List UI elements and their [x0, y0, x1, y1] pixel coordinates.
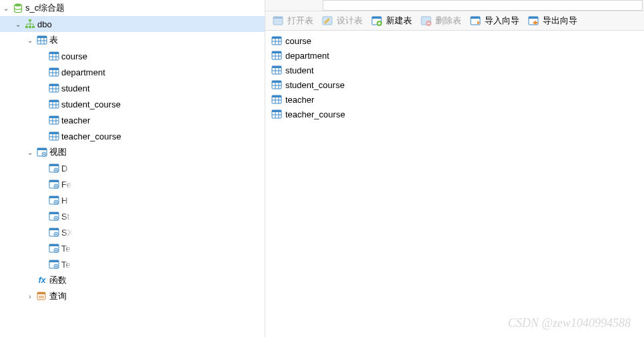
- tree-node-database[interactable]: ⌄ s_c综合题: [0, 0, 265, 16]
- svg-rect-41: [37, 148, 47, 150]
- svg-point-0: [15, 3, 22, 6]
- item-label: student: [285, 65, 314, 75]
- new-table-button[interactable]: 新建表: [369, 15, 412, 27]
- table-icon: [49, 51, 59, 61]
- tab-bar-area: [265, 0, 644, 11]
- svg-point-59: [55, 218, 57, 219]
- chevron-down-icon: ⌄: [25, 149, 35, 156]
- svg-rect-87: [529, 17, 538, 19]
- import-icon: [470, 15, 481, 26]
- tree-label: student: [61, 83, 90, 93]
- table-icon: [49, 83, 59, 93]
- svg-point-43: [43, 153, 45, 155]
- svg-rect-77: [273, 17, 283, 19]
- item-label: course: [285, 36, 311, 46]
- tree-node-schema[interactable]: ⌄ dbo: [0, 16, 265, 32]
- table-icon: [49, 99, 59, 109]
- tree-node-table[interactable]: teacher: [0, 112, 265, 128]
- export-icon: [528, 15, 539, 26]
- tree-label: teacher_course: [61, 131, 121, 141]
- item-label: department: [285, 51, 329, 61]
- import-wizard-button[interactable]: 导入向导: [468, 15, 519, 27]
- tool-label: 设计表: [337, 15, 363, 27]
- design-table-button[interactable]: 设计表: [320, 15, 363, 27]
- svg-rect-36: [49, 132, 59, 134]
- tree-node-table[interactable]: student_course: [0, 96, 265, 112]
- list-item[interactable]: department: [269, 48, 640, 63]
- design-table-icon: [322, 15, 333, 26]
- blurred-region: [67, 160, 220, 280]
- tree-label: s_c综合题: [25, 2, 65, 14]
- view-icon: [49, 179, 59, 190]
- svg-rect-109: [272, 95, 281, 97]
- svg-rect-104: [272, 81, 281, 83]
- svg-rect-1: [29, 19, 31, 21]
- svg-rect-69: [49, 260, 59, 262]
- svg-rect-80: [372, 17, 381, 19]
- list-item[interactable]: teacher: [269, 92, 640, 107]
- tree-node-table[interactable]: teacher_course: [0, 128, 265, 144]
- query-icon: [37, 291, 47, 302]
- chevron-down-icon: ⌄: [13, 21, 23, 28]
- tree-label: 视图: [49, 146, 67, 158]
- tree-label: dbo: [37, 19, 52, 29]
- chevron-right-icon: ›: [25, 293, 35, 300]
- view-icon: [49, 259, 59, 270]
- svg-rect-31: [49, 116, 59, 118]
- svg-rect-53: [49, 196, 59, 198]
- list-item[interactable]: student: [269, 63, 640, 77]
- svg-rect-65: [49, 244, 59, 246]
- table-icon: [49, 115, 59, 125]
- export-wizard-button[interactable]: 导出向导: [526, 15, 577, 27]
- svg-rect-85: [471, 17, 480, 19]
- svg-point-51: [55, 186, 57, 187]
- table-icon: [49, 131, 59, 141]
- tree-label: 表: [49, 34, 58, 46]
- tree-node-table[interactable]: department: [0, 64, 265, 80]
- schema-icon: [25, 19, 35, 29]
- item-label: teacher_course: [285, 109, 345, 119]
- table-icon: [271, 65, 282, 75]
- table-list[interactable]: course department student student_course…: [265, 31, 644, 337]
- svg-point-71: [55, 266, 57, 267]
- svg-point-47: [55, 170, 57, 171]
- svg-rect-3: [29, 26, 31, 28]
- tree-node-tables-folder[interactable]: ⌄ 表: [0, 32, 265, 48]
- view-icon: [37, 147, 47, 157]
- tab-bar-blank: [323, 0, 643, 11]
- main-panel: 打开表 设计表 新建表 删除表 导入向导 导出向导 course departm…: [265, 0, 644, 337]
- list-item[interactable]: teacher_course: [269, 107, 640, 121]
- table-icon: [271, 109, 282, 119]
- svg-rect-61: [49, 228, 59, 230]
- tool-label: 导出向导: [543, 15, 577, 27]
- table-icon: [49, 67, 59, 77]
- open-table-button[interactable]: 打开表: [271, 15, 313, 27]
- svg-point-55: [55, 202, 57, 203]
- view-icon: [49, 163, 59, 174]
- list-item[interactable]: course: [269, 33, 640, 48]
- delete-table-button[interactable]: 删除表: [419, 15, 461, 27]
- tree-label: course: [61, 51, 87, 61]
- delete-table-icon: [421, 15, 431, 26]
- svg-rect-45: [49, 164, 59, 166]
- table-icon: [271, 35, 282, 46]
- item-label: student_course: [285, 80, 345, 90]
- svg-rect-49: [49, 180, 59, 182]
- svg-point-67: [55, 250, 57, 251]
- chevron-down-icon: ⌄: [25, 37, 35, 44]
- table-icon: [271, 50, 282, 61]
- svg-rect-16: [49, 68, 59, 70]
- list-item[interactable]: student_course: [269, 77, 640, 92]
- view-icon: [49, 243, 59, 254]
- tree-node-table[interactable]: course: [0, 48, 265, 64]
- svg-rect-94: [272, 51, 281, 53]
- view-icon: [49, 195, 59, 206]
- view-icon: [49, 211, 59, 222]
- tree-node-queries[interactable]: › 查询: [0, 288, 265, 304]
- object-tree[interactable]: ⌄ s_c综合题 ⌄ dbo ⌄ 表 course department stu…: [0, 0, 265, 337]
- table-icon: [271, 79, 282, 90]
- tree-node-views-folder[interactable]: ⌄ 视图: [0, 144, 265, 160]
- tree-label: 函数: [49, 274, 67, 286]
- tree-node-table[interactable]: student: [0, 80, 265, 96]
- view-icon: [49, 227, 59, 238]
